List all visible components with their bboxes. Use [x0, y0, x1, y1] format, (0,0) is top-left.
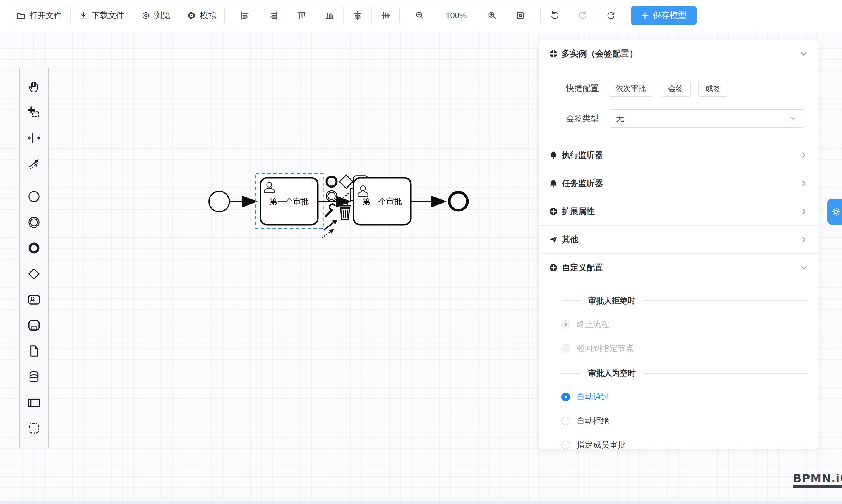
- create-subprocess[interactable]: [20, 312, 48, 338]
- replace-tool-icon[interactable]: [326, 204, 335, 216]
- zoom-out-button[interactable]: [406, 6, 434, 24]
- bell-icon: [549, 151, 558, 159]
- gear-icon: [831, 206, 841, 217]
- zoom-level[interactable]: 100%: [434, 6, 478, 24]
- download-file-label: 下载文件: [92, 10, 124, 21]
- row-execution-listener[interactable]: 执行监听器: [539, 141, 819, 169]
- chevron-right-icon: [800, 235, 808, 244]
- group-icon: [27, 421, 41, 435]
- align-bottom-icon: [324, 11, 334, 20]
- save-model-button[interactable]: 保存模型: [631, 6, 697, 25]
- row-extension-properties[interactable]: 扩展属性: [539, 197, 819, 225]
- space-tool[interactable]: [20, 125, 48, 151]
- panel-title: 多实例（会签配置）: [561, 48, 796, 60]
- row-label: 执行监听器: [562, 149, 796, 161]
- end-event-shape[interactable]: [449, 192, 468, 210]
- radio-terminate-process[interactable]: 终止流程: [561, 319, 808, 330]
- properties-panel: 多实例（会签配置） 快捷配置 依次审批 会签 或签 会签类型 无: [539, 40, 819, 449]
- panel-rows: 执行监听器 任务监听器 扩展属性: [549, 141, 808, 282]
- align-center-horizontal-button[interactable]: [343, 6, 371, 24]
- hand-tool[interactable]: [20, 74, 48, 100]
- quick-config-sequential-button[interactable]: 依次审批: [608, 80, 653, 96]
- history-button-group: [540, 6, 625, 25]
- lasso-tool[interactable]: [20, 100, 48, 125]
- section-title: 审批人拒绝时: [588, 295, 636, 306]
- radio-assign-member[interactable]: 指定成员审批: [561, 439, 808, 449]
- row-custom-config[interactable]: 自定义配置: [539, 253, 819, 282]
- divider-line: [644, 301, 808, 301]
- open-file-button[interactable]: 打开文件: [8, 6, 70, 24]
- create-start-event[interactable]: [20, 184, 48, 210]
- panel-header-multi-instance[interactable]: 多实例（会签配置）: [539, 40, 819, 67]
- chevron-down-icon: [800, 264, 808, 272]
- simulate-button[interactable]: 模拟: [178, 6, 225, 24]
- align-left-button[interactable]: [231, 6, 259, 24]
- send-icon: [549, 235, 558, 244]
- radio-auto-reject[interactable]: 自动拒绝: [561, 415, 808, 427]
- row-task-listener[interactable]: 任务监听器: [539, 169, 819, 197]
- lasso-icon: [27, 106, 41, 119]
- radio-auto-pass[interactable]: 自动通过: [561, 391, 808, 402]
- settings-fab[interactable]: [827, 199, 842, 224]
- divider-line: [561, 301, 580, 301]
- zoom-in-button[interactable]: [478, 6, 506, 24]
- redo-button[interactable]: [569, 6, 597, 24]
- download-file-button[interactable]: 下载文件: [70, 6, 133, 24]
- save-model-label: 保存模型: [653, 10, 687, 21]
- bpmn-io-logo-bar: [793, 485, 842, 488]
- radio-return-to-node[interactable]: 驳回到指定节点: [561, 343, 808, 354]
- bottom-scroll-strip[interactable]: [0, 501, 842, 504]
- fit-viewport-icon: [516, 11, 525, 20]
- sign-type-label: 会签类型: [549, 113, 599, 124]
- create-gateway[interactable]: [20, 261, 48, 287]
- undo-button[interactable]: [541, 6, 569, 24]
- create-intermediate-event[interactable]: [20, 210, 48, 235]
- start-event-shape[interactable]: [209, 191, 229, 212]
- download-icon: [79, 11, 88, 20]
- create-participant[interactable]: [20, 390, 48, 415]
- align-left-icon: [240, 11, 250, 20]
- chevron-right-icon: [800, 208, 808, 216]
- align-bottom-button[interactable]: [315, 6, 343, 24]
- plus-circle-icon: [549, 263, 558, 272]
- create-data-object[interactable]: [20, 338, 48, 364]
- quick-config-countersign-button[interactable]: 会签: [661, 80, 691, 96]
- radio-label: 指定成员审批: [577, 439, 626, 449]
- bell-icon: [549, 179, 558, 188]
- multi-instance-icon: [549, 50, 558, 58]
- append-gateway-icon[interactable]: [339, 175, 353, 188]
- row-other[interactable]: 其他: [539, 225, 819, 253]
- fit-viewport-button[interactable]: [506, 6, 534, 24]
- quick-config-orsign-button[interactable]: 或签: [698, 80, 728, 96]
- toolbar: 打开文件 下载文件 浏览 模: [0, 0, 842, 31]
- align-center-vertical-button[interactable]: [371, 6, 400, 24]
- create-data-store[interactable]: [20, 364, 48, 390]
- radio-label: 终止流程: [577, 319, 609, 330]
- chevron-right-icon: [800, 151, 808, 159]
- align-right-button[interactable]: [259, 6, 287, 24]
- file-button-group: 打开文件 下载文件 浏览 模: [8, 6, 225, 25]
- create-user-task[interactable]: [20, 287, 48, 312]
- divider-line: [561, 373, 580, 374]
- append-text-annotation-icon[interactable]: [337, 188, 355, 203]
- global-connect-tool[interactable]: [20, 151, 48, 177]
- task-first-approval[interactable]: 第一个审批: [261, 178, 318, 224]
- create-end-event[interactable]: [20, 235, 48, 261]
- zoom-in-icon: [488, 11, 497, 20]
- task-second-approval[interactable]: 第二个审批: [353, 178, 411, 224]
- create-group[interactable]: [20, 415, 48, 441]
- sign-type-select[interactable]: 无: [608, 109, 805, 128]
- align-top-button[interactable]: [287, 6, 315, 24]
- row-label: 其他: [562, 234, 796, 245]
- append-end-event-icon[interactable]: [327, 177, 337, 187]
- quick-config-options: 依次审批 会签 或签: [608, 80, 728, 96]
- palette: [19, 67, 49, 448]
- reset-button[interactable]: [597, 6, 625, 24]
- delete-tool-icon[interactable]: [339, 204, 351, 220]
- simulate-label: 模拟: [200, 10, 216, 21]
- data-store-icon: [27, 370, 41, 383]
- connect-tool-icon[interactable]: [322, 220, 337, 238]
- preview-button[interactable]: 浏览: [133, 6, 178, 24]
- bpmn-io-watermark[interactable]: BPMN.iO: [793, 472, 842, 488]
- zoom-button-group: 100%: [406, 6, 534, 25]
